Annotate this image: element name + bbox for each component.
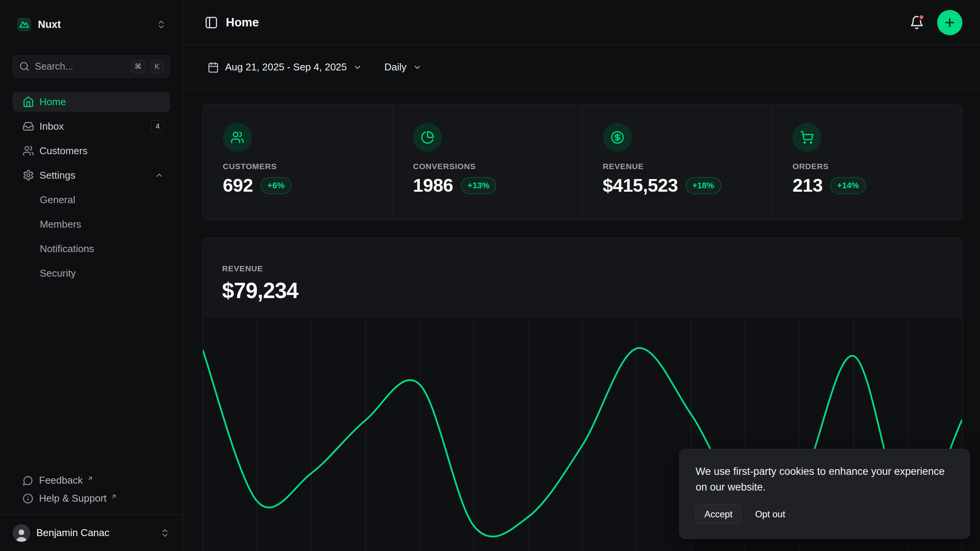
sidebar-nav: Home Inbox 4 Customers Settings General … [13,92,170,288]
sidebar-item-label: Home [39,96,66,108]
sidebar-item-label: Inbox [39,121,64,132]
avatar [13,524,30,542]
message-bubble-icon [23,475,33,486]
stat-label: CUSTOMERS [223,162,373,171]
plus-icon [943,16,956,29]
stat-revenue: REVENUE $415,523 +18% [583,104,773,220]
sidebar-subitem-general[interactable]: General [13,190,170,210]
sidebar-subitem-members[interactable]: Members [13,214,170,234]
help-support-link[interactable]: Help & Support [23,492,170,504]
revenue-label: REVENUE [222,264,943,273]
sidebar-item-customers[interactable]: Customers [13,141,170,161]
sidebar-item-inbox[interactable]: Inbox 4 [13,116,170,136]
stat-value: 1986 [413,175,453,196]
workspace-name: Nuxt [38,19,150,31]
sidebar-subitem-label: General [40,194,75,206]
sidebar-spacer [13,288,170,474]
cookie-actions: Accept Opt out [696,505,954,524]
stat-icon-circle [413,123,442,152]
chevron-down-icon [353,63,362,72]
chevrons-up-down-icon [156,20,166,29]
sidebar-item-settings[interactable]: Settings [13,165,170,185]
opt-out-button[interactable]: Opt out [755,509,785,520]
users-icon [23,145,34,156]
main-area: Home Aug 21, 2025 - Sep 4, 2025 Daily [183,0,980,551]
inbox-icon [23,121,34,132]
stat-delta-badge: +18% [686,177,721,194]
dollar-circle-icon [611,130,624,144]
stat-value: $415,523 [603,175,678,196]
kbd-cmd: ⌘ [131,60,145,73]
app-root: Nuxt ⌘ K Home Inbox 4 Customers [0,0,980,551]
filters-toolbar: Aug 21, 2025 - Sep 4, 2025 Daily [183,45,980,90]
home-icon [23,96,34,108]
notification-dot [918,14,924,20]
stat-icon-circle [223,123,252,152]
calendar-icon [207,62,219,73]
panel-left-icon [204,16,218,29]
page-header: Home [183,0,980,45]
stat-label: CONVERSIONS [413,162,563,171]
shopping-cart-icon [800,130,814,144]
feedback-link[interactable]: Feedback [23,474,170,486]
external-link-icon [87,475,93,482]
revenue-chart-header: REVENUE $79,234 [203,238,962,317]
info-circle-icon [23,493,33,504]
stat-value: 213 [792,175,823,196]
chevrons-up-down-icon [160,528,170,538]
search-bar[interactable]: ⌘ K [13,55,170,78]
date-range-label: Aug 21, 2025 - Sep 4, 2025 [225,61,347,73]
person-silhouette-icon [14,527,29,542]
nuxt-logo [16,17,32,32]
header-actions [910,10,962,35]
sidebar-subitem-label: Security [40,267,76,279]
chevron-down-icon [413,63,422,72]
cookie-consent-toast: We use first-party cookies to enhance yo… [679,449,970,539]
date-range-picker[interactable]: Aug 21, 2025 - Sep 4, 2025 [207,61,362,73]
stat-delta-badge: +6% [261,177,292,194]
sidebar-subitem-notifications[interactable]: Notifications [13,239,170,259]
granularity-label: Daily [384,61,407,73]
stat-icon-circle [792,123,822,152]
sidebar-item-label: Customers [39,145,88,157]
kbd-k: K [150,60,163,73]
sidebar-subitem-security[interactable]: Security [13,263,170,283]
stat-value: 692 [223,175,253,196]
sidebar-subitem-label: Notifications [40,243,94,255]
sidebar-item-home[interactable]: Home [13,92,170,112]
stat-icon-circle [603,123,632,152]
user-menu[interactable]: Benjamin Canac [0,514,183,551]
stat-customers: CUSTOMERS 692 +6% [203,104,393,220]
inbox-count-badge: 4 [151,120,164,132]
cookie-message: We use first-party cookies to enhance yo… [696,464,954,495]
stat-label: ORDERS [792,162,942,171]
user-name: Benjamin Canac [36,527,154,539]
sidebar-collapse-button[interactable] [204,16,218,29]
footer-link-label: Feedback [39,474,83,486]
footer-link-label: Help & Support [39,492,106,504]
stat-delta-badge: +14% [830,177,866,194]
workspace-switcher[interactable]: Nuxt [13,14,170,35]
sidebar: Nuxt ⌘ K Home Inbox 4 Customers [0,0,183,551]
stat-delta-badge: +13% [461,177,497,194]
pie-chart-icon [421,130,434,144]
settings-gear-icon [23,170,34,181]
page-title: Home [226,16,259,29]
notifications-button[interactable] [910,15,924,30]
accept-button[interactable]: Accept [696,505,741,524]
stat-conversions: CONVERSIONS 1986 +13% [393,104,583,220]
stat-orders: ORDERS 213 +14% [772,104,962,220]
external-link-icon [111,493,117,500]
revenue-total-value: $79,234 [222,278,943,303]
sidebar-footer: Feedback Help & Support [13,474,170,512]
search-icon [19,61,29,72]
chevron-up-icon [155,171,164,180]
granularity-select[interactable]: Daily [384,61,422,73]
stat-label: REVENUE [603,162,753,171]
add-button[interactable] [937,10,962,35]
sidebar-subitem-label: Members [40,218,81,230]
stats-card: CUSTOMERS 692 +6% CONVERSIONS 1986 +13% [203,104,962,220]
sidebar-item-label: Settings [39,170,75,181]
search-input[interactable] [35,61,126,72]
users-icon [230,130,244,144]
